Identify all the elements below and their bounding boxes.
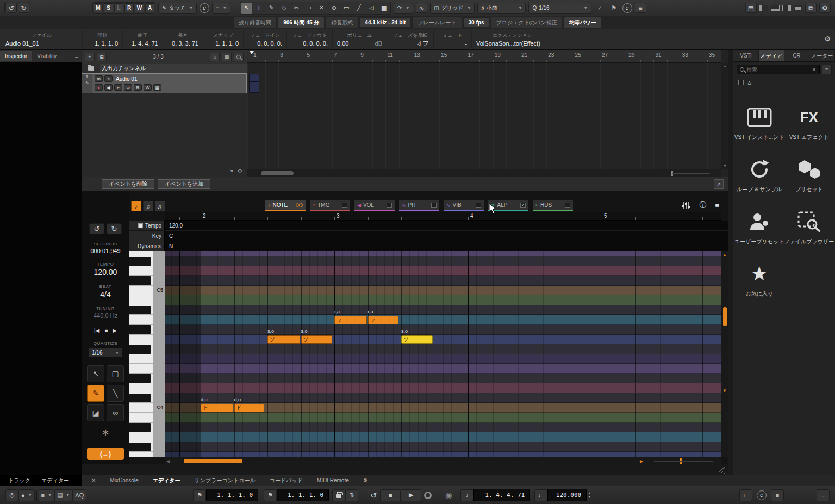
param-value[interactable]: 120.0 [165, 220, 728, 231]
track-mute-button[interactable]: m [95, 75, 103, 82]
comp-tool-icon[interactable]: ▭ [341, 3, 352, 14]
note-A4[interactable]: ラ [334, 316, 367, 324]
metronome-button[interactable]: ◎ [5, 489, 18, 501]
media-search-box[interactable]: ✕ [737, 65, 820, 74]
studio-monitor-button[interactable]: ▤ [745, 3, 757, 13]
color-tool-icon[interactable]: ▆ [378, 3, 390, 14]
pointer-tool-icon[interactable]: ↖ [87, 365, 104, 382]
right-tab-VSTi[interactable]: VSTi [733, 50, 759, 61]
info-line-gear-icon[interactable]: ⚙ [824, 35, 831, 43]
right-tab-メーター[interactable]: メーター [809, 50, 835, 61]
lyric-mode-button[interactable]: ♫ [143, 201, 153, 211]
piano-key-D4[interactable] [129, 383, 165, 393]
editor-tab-checkbox[interactable] [476, 203, 481, 208]
grid-type-dropdown[interactable]: ◫ グリッド ▼ [430, 3, 475, 14]
track-name[interactable]: Audio 01 [116, 76, 137, 82]
editor-tab-vib[interactable]: ∿VIB [444, 200, 484, 211]
redo-button[interactable]: ↻ [18, 3, 29, 13]
preroll-dropdown[interactable]: ≡ ▼ [212, 3, 230, 14]
piano-key-C4[interactable]: C4 [129, 403, 165, 413]
collapse-tracks-icon[interactable]: ▾ [230, 168, 233, 174]
param-value[interactable]: N [165, 241, 728, 251]
zone-lower-toggle[interactable] [771, 5, 780, 11]
read-automation-button[interactable]: R [134, 84, 142, 91]
global-r-button[interactable]: R [124, 3, 134, 12]
panel-divider[interactable] [728, 50, 733, 475]
media-tile-star[interactable]: ★お気に入り [736, 263, 783, 298]
scrollbar-thumb[interactable] [184, 459, 242, 463]
beat-value[interactable]: 4/4 [100, 290, 110, 299]
range-selection-tool-icon[interactable]: I [253, 3, 265, 14]
folder-track-row[interactable]: 入出力チャンネル [82, 64, 247, 73]
piano-key-B3[interactable] [129, 413, 165, 423]
track-settings-gear-icon[interactable]: ⚙ [238, 168, 242, 174]
line-tool-icon[interactable]: ╱ [353, 3, 365, 14]
piano-key-A#4[interactable] [129, 305, 165, 315]
quantize-flag-button[interactable]: ⚑ [608, 3, 620, 14]
audio-track-row[interactable]: 1 ∿ m s Audio 01 ●◀e∞RW▦ [82, 73, 247, 93]
editor-tab-vol[interactable]: ◀VOL [354, 200, 395, 211]
marquee-tool-icon[interactable]: ▢ [107, 365, 124, 382]
global-m-button[interactable]: M [94, 3, 103, 12]
info-field[interactable]: フェードアウト0. 0. 0. 0. [287, 30, 333, 48]
monitor-button[interactable]: ◀ [104, 84, 113, 91]
media-tile-loop[interactable]: ループ & サンプル [736, 159, 783, 193]
lower-zone-tab-サンプラーコントロール[interactable]: サンプラーコントロール [188, 476, 262, 486]
arrange-vertical-scrollbar[interactable]: ▲▼ [721, 63, 728, 169]
arrange-horizontal-scrollbar[interactable] [247, 169, 721, 177]
note-A4[interactable]: ラ [368, 316, 398, 324]
editor-tab-tmg[interactable]: ≡TMG [310, 200, 350, 211]
piano-key-D5[interactable] [129, 266, 165, 276]
tempo-icon[interactable]: ♩ [534, 489, 547, 501]
right-tab-CR[interactable]: CR [784, 50, 810, 61]
right-tab-メディア[interactable]: メディア [759, 50, 784, 61]
tab-visibility[interactable]: Visibility [32, 51, 61, 61]
piano-key-A#3[interactable] [129, 423, 165, 432]
piano-key-F#4[interactable] [129, 344, 165, 354]
global-s-button[interactable]: S [104, 3, 113, 12]
editor-play-button[interactable]: ▶ [113, 327, 117, 333]
lower-zone-gear-icon[interactable]: ⚙ [357, 476, 375, 484]
position-display[interactable]: 1. 4. 4. 71 [473, 489, 530, 501]
quantize-panel-button[interactable]: e [622, 3, 632, 13]
zone-full-toggle[interactable] [794, 5, 802, 11]
bar-grid-dropdown[interactable]: ♯ 小節 ▼ [477, 3, 526, 14]
pitch-mode-button[interactable]: ♬ [155, 201, 165, 211]
info-field[interactable]: フェーズを反転オフ [387, 30, 434, 48]
global-a-button[interactable]: A [145, 3, 154, 12]
setup-toolbar-button[interactable]: ⚙ [819, 3, 831, 13]
draw-tool-icon[interactable]: ✎ [266, 3, 277, 14]
transport-list-button[interactable]: ≡ [771, 489, 784, 501]
track-solo-button[interactable]: s [104, 75, 113, 82]
info-field[interactable]: 終了1. 4. 4. 71 [123, 30, 163, 48]
stop-button[interactable]: ■ [380, 489, 401, 501]
pencil-tool-icon[interactable]: ✎ [87, 385, 104, 402]
info-field[interactable]: フェードイン0. 0. 0. 0. [244, 30, 287, 48]
piano-key-A4[interactable] [129, 315, 165, 325]
editor-redo-button[interactable]: ↻ [107, 223, 122, 234]
corner-zone-button[interactable]: ∟ [739, 489, 752, 501]
note-mode-button[interactable]: ♪ [131, 201, 141, 211]
piano-key-E5[interactable] [129, 251, 165, 256]
delete-event-button[interactable]: イベントを削除 [102, 179, 154, 189]
scrollbar-thumb[interactable] [261, 171, 294, 175]
tempo-stepper[interactable]: ▲▼ [588, 492, 591, 499]
play-button[interactable]: ▶ [401, 489, 421, 501]
goto-start-button[interactable]: |◀ [94, 327, 99, 333]
retrospective-record-button[interactable]: ◉ [442, 489, 455, 501]
cycle-button[interactable]: ↺ [367, 489, 380, 501]
write-automation-button[interactable]: W [144, 84, 152, 91]
transport-e-button[interactable]: e [757, 490, 767, 500]
tempo-value[interactable]: 120.00 [94, 268, 117, 276]
scroll-left-arrow[interactable]: ◀ [166, 459, 170, 464]
param-checkbox[interactable] [138, 223, 143, 228]
left-locator-display[interactable]: 1. 1. 1. 0 [206, 489, 258, 501]
left-zone-tab-エディター[interactable]: エディター [36, 476, 74, 486]
home-icon[interactable]: ⌂ [210, 53, 220, 61]
lower-zone-tab-コードパッド[interactable]: コードパッド [263, 476, 309, 486]
editor-tab-pit[interactable]: ∿PIT [399, 200, 439, 211]
media-menu-button[interactable]: ≡ [822, 65, 832, 74]
info-field[interactable]: スナップ1. 1. 1. 0 [203, 30, 244, 48]
mute-tool-icon[interactable]: ✕ [316, 3, 327, 14]
instrument-button[interactable]: ▦ [153, 84, 161, 91]
